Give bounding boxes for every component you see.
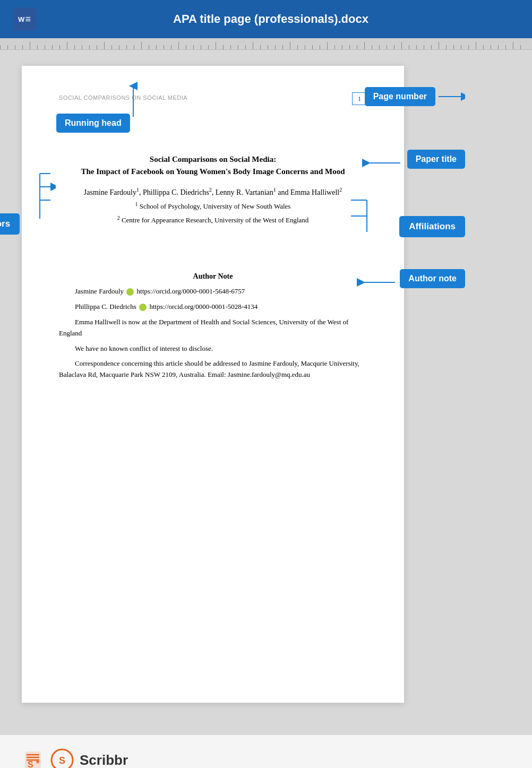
authors-section: Jasmine Fardouly1, Phillippa C. Diedrich…	[59, 187, 367, 225]
authors-label[interactable]: Authors	[0, 213, 20, 235]
affiliation-2: 2 Centre for Appearance Research, Univer…	[59, 215, 367, 225]
scribbr-logo: S S Scribbr	[21, 748, 128, 768]
svg-text:S: S	[28, 760, 33, 768]
author-note-line-4: We have no known conflict of interest to…	[59, 343, 367, 355]
page-number-arrow	[439, 89, 465, 104]
author-note-label-container: Author note	[400, 269, 465, 288]
document-page: SOCIAL COMPARISONS ON SOCIAL MEDIA 1	[22, 66, 404, 703]
word-icon: W ≡	[13, 7, 36, 31]
paper-title-label-container: Paper title	[407, 150, 465, 169]
paper-title-sub-text: The Impact of Facebook on Young Women's …	[59, 167, 367, 176]
orcid-icon-1: ●	[126, 288, 134, 296]
scribbr-name: Scribbr	[80, 752, 128, 769]
page-number-label[interactable]: Page number	[365, 87, 435, 106]
authors-label-container: Authors	[0, 213, 20, 235]
affiliations-label-container: Affiliations	[399, 216, 465, 237]
running-head-text: SOCIAL COMPARISONS ON SOCIAL MEDIA	[59, 92, 187, 102]
scribbr-icon: S	[21, 748, 45, 768]
header-section: SOCIAL COMPARISONS ON SOCIAL MEDIA 1	[59, 92, 367, 105]
running-head-label-container: Running head	[56, 114, 130, 133]
author-note-label[interactable]: Author note	[400, 269, 465, 288]
scribbr-logo-icon: S	[50, 748, 74, 768]
affiliation-1: 1 School of Psychology, University of Ne…	[59, 201, 367, 211]
paper-title-main-text: Social Comparisons on Social Media:	[59, 155, 367, 164]
author-note-line-1: Jasmine Fardouly ● https://orcid.org/000…	[59, 286, 367, 297]
author-note-line-3: Emma Halliwell is now at the Department …	[59, 317, 367, 339]
footer-bar: S S Scribbr	[0, 735, 532, 768]
document-title: APA title page (professionals).docx	[46, 12, 496, 26]
page-number-label-container: Page number	[365, 87, 465, 106]
running-head-label[interactable]: Running head	[56, 114, 130, 133]
title-bar: W ≡ APA title page (professionals).docx	[0, 0, 532, 38]
authors-connector-svg	[24, 171, 56, 224]
page-wrapper: SOCIAL COMPARISONS ON SOCIAL MEDIA 1	[0, 50, 532, 735]
author-note-line-2: Phillippa C. Diedrichs ● https://orcid.o…	[59, 301, 367, 313]
ruler	[0, 38, 532, 50]
authors-line: Jasmine Fardouly1, Phillippa C. Diedrich…	[59, 187, 367, 197]
paper-title-label[interactable]: Paper title	[407, 150, 465, 169]
svg-text:S: S	[59, 755, 65, 766]
affiliations-label[interactable]: Affiliations	[399, 216, 465, 237]
orcid-icon-2: ●	[139, 304, 147, 311]
author-note-line-5: Correspondence concerning this article s…	[59, 358, 367, 381]
paper-title-section: Paper title Social Comparisons on Social…	[59, 155, 367, 176]
author-note-heading: Author Note	[59, 272, 367, 281]
author-note-section: Author note Author Note Jasmine Fa	[59, 272, 367, 381]
